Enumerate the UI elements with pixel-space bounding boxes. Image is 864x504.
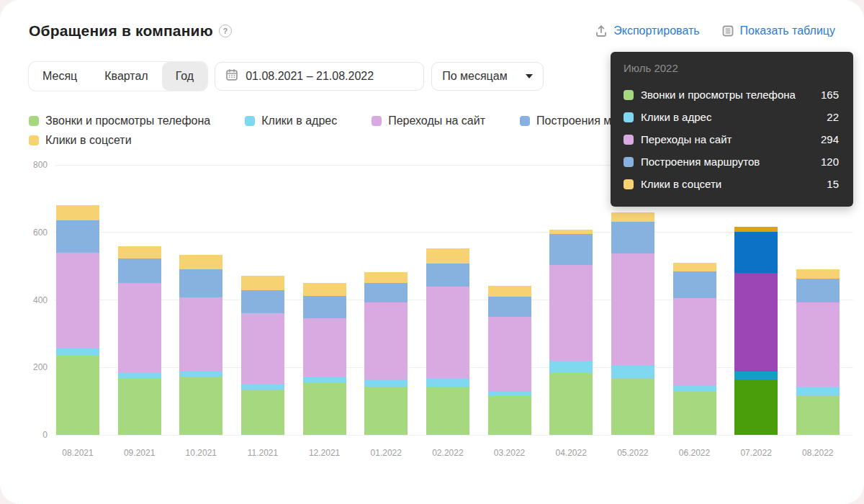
tooltip-swatch-icon [624,112,634,122]
x-axis-tick: 05.2022 [617,448,648,458]
bar-segment [241,290,284,312]
bar-segment [303,283,346,296]
bar[interactable] [179,165,222,435]
chevron-down-icon [526,74,533,78]
tooltip-swatch-icon [624,157,634,167]
tooltip-swatch-icon [624,135,634,145]
x-axis-tick: 02.2022 [432,448,463,458]
bar[interactable] [549,165,593,435]
legend-label: Клики в соцсети [45,134,132,147]
tooltip-label: Клики в соцсети [641,178,721,190]
x-axis-tick: 08.2022 [802,448,833,458]
x-axis-tick: 03.2022 [494,448,525,458]
bar-segment [364,379,408,387]
legend-item[interactable]: Звонки и просмотры телефона [29,114,210,128]
bar[interactable] [426,165,469,435]
tooltip-row: Звонки и просмотры телефона165 [624,84,839,106]
bar-segment [303,318,346,377]
bar-segment [549,373,593,435]
bar-segment [179,297,222,372]
bar-segment [303,383,346,435]
legend-swatch-icon [372,116,382,126]
y-axis-tick: 400 [0,295,48,305]
y-axis-tick: 800 [0,160,48,170]
bar-segment [241,276,284,291]
tooltip-row: Построения маршрутов120 [624,150,839,173]
show-table-button[interactable]: Показать таблицу [721,24,835,37]
bar-segment [796,279,840,302]
bar-segment [56,220,99,253]
legend-swatch-icon [245,116,255,126]
legend-item[interactable]: Клики в адрес [245,114,337,128]
bar[interactable] [488,165,531,435]
bar-segment [426,387,469,435]
bar-segment [426,378,469,387]
bar-segment [549,265,593,361]
y-axis-tick: 600 [0,228,48,238]
bar[interactable] [118,165,161,435]
bar-segment [796,395,840,435]
bar[interactable] [56,165,99,435]
bar-segment [241,384,284,390]
x-axis-tick: 09.2021 [124,448,155,458]
tooltip-title: Июль 2022 [624,62,839,74]
y-axis-tick: 200 [0,362,48,372]
header-actions: Экспортировать Показать таблицу [595,24,835,37]
legend-item[interactable]: Переходы на сайт [372,114,485,128]
x-axis-labels: 08.202109.202110.202111.202112.202101.20… [0,448,864,461]
bar-segment [673,298,716,385]
bar-segment [303,296,346,318]
bar-segment [549,230,593,235]
tab-quarter[interactable]: Квартал [91,62,161,91]
bar-segment [241,313,284,384]
bar-segment [426,264,469,287]
bar-segment [426,287,469,379]
bar-segment [241,390,284,435]
bar-segment [179,377,222,435]
bar-segment [364,302,408,379]
export-button[interactable]: Экспортировать [595,24,699,37]
bar-segment [796,302,840,387]
tooltip-value: 165 [821,89,839,101]
tooltip-row: Клики в соцсети15 [624,173,839,195]
bar-segment [611,222,654,253]
header: Обращения в компанию ? Экспортировать [29,19,835,43]
legend-label: Звонки и просмотры телефона [45,114,210,127]
legend-label: Клики в адрес [261,114,337,127]
bar-segment [118,372,161,379]
x-axis-tick: 08.2021 [62,448,93,458]
group-by-select[interactable]: По месяцам [431,62,544,91]
bar-segment [56,253,99,348]
legend-swatch-icon [29,116,39,126]
bar-segment [673,271,716,298]
group-by-value: По месяцам [442,70,507,83]
date-range-picker[interactable]: 01.08.2021 – 21.08.2022 [215,62,424,91]
bar-segment [673,392,716,435]
tooltip-value: 15 [827,178,839,190]
bar-segment [673,263,716,271]
date-range-value: 01.08.2021 – 21.08.2022 [246,70,374,83]
bar-segment [488,396,531,435]
tab-month[interactable]: Месяц [29,62,91,91]
bar-segment [611,366,654,378]
period-segmented-control: Месяц Квартал Год [29,62,207,91]
bar-segment [611,212,654,222]
tooltip-label: Звонки и просмотры телефона [641,89,796,101]
chart-tooltip: Июль 2022 Звонки и просмотры телефона165… [611,52,853,207]
bar[interactable] [364,165,408,435]
legend-label: Переходы на сайт [388,114,485,127]
x-axis-tick: 07.2022 [740,448,771,458]
bar-segment [734,273,778,372]
tooltip-swatch-icon [624,90,634,100]
export-icon [595,24,608,37]
bar-segment [56,348,99,356]
bar[interactable] [303,165,346,435]
bar[interactable] [241,165,284,435]
tooltip-value: 22 [827,111,839,123]
help-icon[interactable]: ? [219,24,232,37]
x-axis-tick: 11.2021 [248,448,279,458]
bar-segment [549,361,593,373]
legend-item[interactable]: Клики в соцсети [29,133,132,148]
tab-year[interactable]: Год [162,62,207,91]
x-axis-tick: 04.2022 [555,448,586,458]
